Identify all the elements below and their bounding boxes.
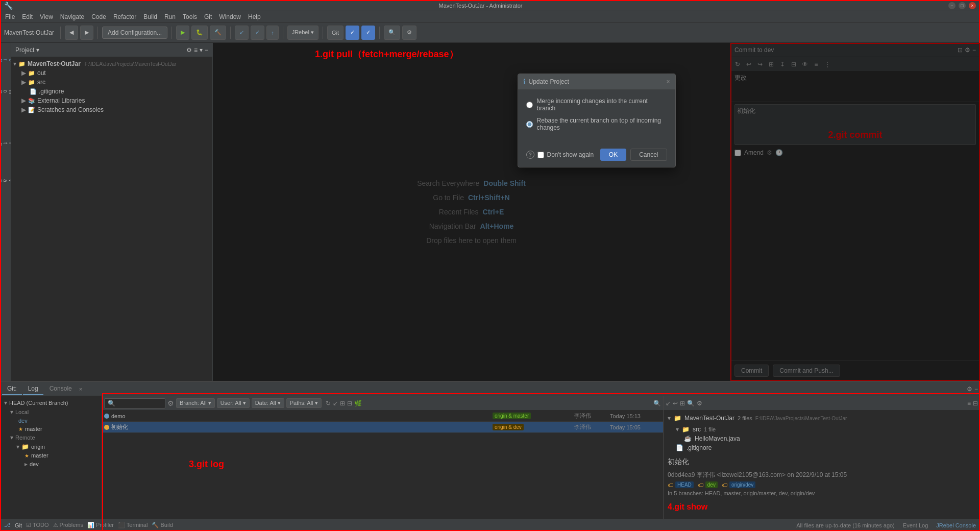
menu-build[interactable]: Build [140, 12, 160, 21]
minimize-btn[interactable]: − [948, 2, 955, 9]
back-btn[interactable]: ◀ [65, 26, 78, 40]
menu-help[interactable]: Help [245, 12, 264, 21]
branch-origin-dev[interactable]: ▸ dev [2, 460, 100, 469]
maximize-btn[interactable]: □ [959, 2, 966, 9]
git-log-settings[interactable]: ⚙ [167, 399, 174, 407]
tree-gitignore[interactable]: 📄 .gitignore [30, 87, 210, 96]
tree-scratch-arrow: ▶ [21, 106, 26, 113]
git-check2-btn[interactable]: ✓ [361, 26, 375, 40]
build-btn[interactable]: 🔨 [210, 26, 226, 40]
modal-close-btn[interactable]: × [666, 78, 670, 85]
git-commit-btn[interactable]: ✓ [251, 26, 264, 40]
modal-ok-btn[interactable]: OK [600, 149, 626, 161]
debug-btn[interactable]: 🐛 [191, 26, 208, 40]
diff-toolbar-icon-5[interactable]: ⚙ [697, 400, 702, 407]
add-configuration-btn[interactable]: Add Configuration... [102, 27, 167, 39]
modal-help-icon[interactable]: ? [526, 151, 534, 159]
diff-commit-hash: 0dbd4ea9 李泽伟 <lizewei2105@163.com> on 20… [668, 471, 976, 479]
run-btn[interactable]: ▶ [176, 26, 189, 40]
menu-refactor[interactable]: Refactor [110, 12, 139, 21]
tab-console-close[interactable]: × [79, 386, 82, 392]
diff-file-gitignore-name: .gitignore [687, 444, 712, 451]
project-toolbar-icon-1[interactable]: ⚙ [186, 46, 192, 54]
close-btn[interactable]: × [969, 2, 976, 9]
project-icon[interactable]: Pro [1, 45, 10, 76]
tree-root[interactable]: ▾ 📁 MavenTest-OutJar F:\IDEA\JavaProject… [13, 59, 210, 68]
modal-cancel-btn[interactable]: Cancel [630, 149, 667, 161]
bottom-minimize-icon[interactable]: − [974, 385, 978, 393]
git-log-refresh[interactable]: ↻ [326, 400, 331, 407]
branch-master[interactable]: ★ master [2, 425, 100, 433]
favorites-icon[interactable]: Fav [1, 165, 10, 196]
status-tab-build[interactable]: 🔨 Build [152, 522, 173, 528]
tab-log[interactable]: Log [23, 383, 43, 395]
branch-head[interactable]: ▾ HEAD (Current Branch) [2, 398, 100, 407]
diff-file-gitignore[interactable]: 📄 .gitignore [668, 444, 976, 451]
git-log-collapse[interactable]: ⊟ [347, 400, 352, 407]
bottom-settings-icon[interactable]: ⚙ [967, 385, 972, 393]
settings-btn[interactable]: ⚙ [402, 26, 416, 40]
status-tab-profiler[interactable]: 📊 Profiler [87, 522, 114, 528]
diff-toolbar-icon-3[interactable]: ⊞ [680, 400, 685, 407]
jrebel-btn[interactable]: JRebel ▾ [287, 26, 318, 40]
tree-src[interactable]: ▶ 📁 src [21, 78, 210, 87]
radio-merge[interactable] [526, 102, 533, 108]
menu-code[interactable]: Code [88, 12, 109, 21]
git-log-row-2[interactable]: 初始化 origin & dev 李泽伟 Today 15:05 [102, 422, 663, 433]
menu-git[interactable]: Git [201, 12, 215, 21]
status-jrebel[interactable]: JRebel Console [936, 522, 976, 528]
git-log-search-icon[interactable]: 🔍 [653, 400, 661, 407]
diff-file-hello[interactable]: ☕ HelloMaven.java [668, 435, 976, 442]
status-tab-todo[interactable]: ☑ TODO [26, 522, 48, 528]
diff-align-icon[interactable]: ≡ [967, 400, 971, 407]
git-log-fetch[interactable]: ↙ [333, 400, 338, 407]
menu-file[interactable]: File [2, 12, 18, 21]
tree-scratches[interactable]: ▶ 📝 Scratches and Consoles [21, 105, 210, 114]
search-everywhere-btn[interactable]: 🔍 [384, 26, 400, 40]
project-toolbar-icon-2[interactable]: ≡ [194, 46, 198, 54]
diff-toolbar-icon-4[interactable]: 🔍 [687, 400, 695, 407]
git-log-expand[interactable]: ⊞ [340, 400, 345, 407]
date-filter[interactable]: Date: All ▾ [252, 398, 284, 408]
diff-toolbar-icon-1[interactable]: ↙ [666, 400, 671, 407]
tree-out[interactable]: ▶ 📁 out [21, 68, 210, 78]
project-toolbar-icon-4[interactable]: − [205, 46, 208, 54]
status-tab-terminal[interactable]: ⬛ Terminal [118, 522, 148, 528]
git-log-search-input[interactable] [104, 398, 165, 408]
status-tab-problems[interactable]: ⚠ Problems [53, 522, 84, 528]
project-tree: ▾ 📁 MavenTest-OutJar F:\IDEA\JavaProject… [11, 57, 212, 381]
diff-repo-arrow: ▾ [668, 415, 671, 422]
project-toolbar-icon-3[interactable]: ▾ [200, 46, 203, 54]
tree-ext-libs[interactable]: ▶ 📚 External Libraries [21, 96, 210, 105]
menu-window[interactable]: Window [216, 12, 244, 21]
branch-local-label: Local [15, 409, 29, 415]
commit-icon[interactable]: Com [1, 77, 10, 107]
paths-filter[interactable]: Paths: All ▾ [286, 398, 322, 408]
log-row-2-branch: origin & dev [493, 424, 574, 430]
menu-navigate[interactable]: Navigate [57, 12, 87, 21]
git-log-row-1[interactable]: demo origin & master 李泽伟 Today 15:13 [102, 411, 663, 422]
project-name-label: MavenTest-OutJar [4, 29, 54, 36]
dont-show-checkbox[interactable] [537, 152, 544, 158]
branch-origin-master[interactable]: ★ master [2, 451, 100, 460]
structure-icon[interactable]: Str [1, 129, 10, 159]
forward-btn[interactable]: ▶ [80, 26, 93, 40]
tab-console[interactable]: Console [44, 383, 77, 395]
menu-run[interactable]: Run [161, 12, 179, 21]
git-update-btn[interactable]: ↙ [235, 26, 249, 40]
user-filter[interactable]: User: All ▾ [217, 398, 250, 408]
diff-toolbar-icon-2[interactable]: ↩ [673, 400, 678, 407]
git-check-btn[interactable]: ✓ [346, 26, 359, 40]
menu-edit[interactable]: Edit [19, 12, 36, 21]
git-btn[interactable]: Git [327, 26, 344, 40]
git-push-btn[interactable]: ↑ [266, 26, 279, 40]
branch-dev[interactable]: dev [2, 417, 100, 425]
menu-tools[interactable]: Tools [180, 12, 200, 21]
branch-filter[interactable]: Branch: All ▾ [176, 398, 215, 408]
status-event-log[interactable]: Event Log [903, 522, 928, 528]
tab-git[interactable]: Git: [2, 383, 22, 395]
radio-rebase[interactable] [526, 121, 533, 128]
git-log-branch-tree[interactable]: 🌿 [354, 400, 362, 407]
diff-expand-icon[interactable]: ⊟ [973, 400, 978, 407]
menu-view[interactable]: View [37, 12, 56, 21]
